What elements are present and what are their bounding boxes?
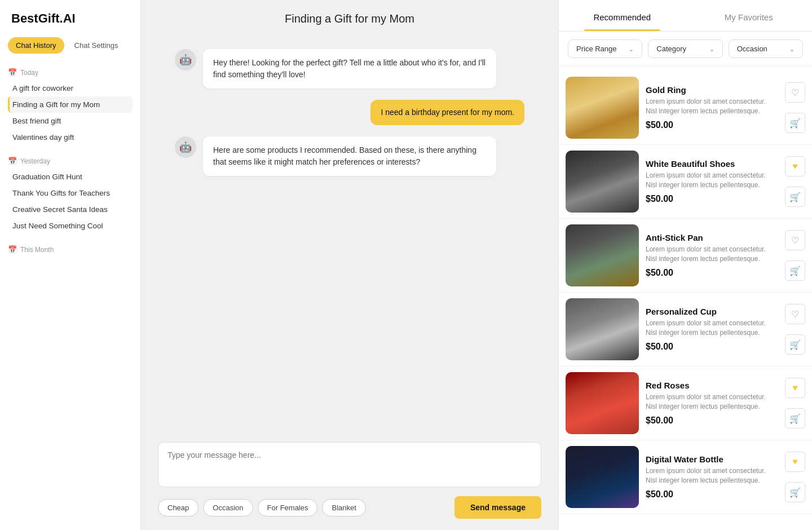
product-card-pan: Anti-Stick Pan Lorem ipsum dolor sit ame… <box>559 219 812 293</box>
panel-tabs: Recommended My Favorites <box>559 0 812 32</box>
tab-favorites[interactable]: My Favorites <box>686 0 813 31</box>
chip-blanket[interactable]: Blanket <box>322 499 365 516</box>
chip-females[interactable]: For Females <box>258 499 318 516</box>
sidebar-item-mom[interactable]: Finding a Gift for my Mom <box>8 96 133 113</box>
favorite-button-pan[interactable]: ♡ <box>785 230 805 250</box>
cart-button-cup[interactable]: 🛒 <box>785 334 805 355</box>
product-image-shoes <box>566 151 639 213</box>
product-actions-gold-ring: ♡ 🛒 <box>785 77 805 139</box>
sidebar-item-cool[interactable]: Just Need Something Cool <box>8 218 133 234</box>
filter-price-label: Price Range <box>576 45 617 53</box>
chat-messages: 🤖 Hey there! Looking for the perfect gif… <box>141 38 558 434</box>
cart-button-pan[interactable]: 🛒 <box>785 260 805 281</box>
chat-input-area: Cheap Occasion For Females Blanket Send … <box>141 434 558 530</box>
product-image-cup <box>566 298 639 360</box>
product-card-gold-ring: Gold Ring Lorem ipsum dolor sit amet con… <box>559 71 812 145</box>
product-image-pan <box>566 224 639 286</box>
product-card-roses: Red Roses Lorem ipsum dolor sit amet con… <box>559 366 812 440</box>
chip-occasion[interactable]: Occasion <box>203 499 253 516</box>
product-price-gold-ring: $50.00 <box>646 120 778 130</box>
filter-category-label: Category <box>656 45 686 53</box>
app-logo: BestGift.AI <box>0 11 140 37</box>
sidebar-tabs: Chat History Chat Settings <box>0 37 140 63</box>
product-desc-cup: Lorem ipsum dolor sit amet consectetur. … <box>646 319 778 338</box>
product-card-shoes: White Beautiful Shoes Lorem ipsum dolor … <box>559 145 812 219</box>
ai-message-2: 🤖 Here are some products I recommended. … <box>175 136 524 176</box>
send-button[interactable]: Send message <box>454 496 541 519</box>
tab-recommended[interactable]: Recommended <box>559 0 686 31</box>
product-info-cup: Personalized Cup Lorem ipsum dolor sit a… <box>646 298 778 360</box>
favorite-button-shoes[interactable]: ♥ <box>785 156 805 176</box>
user-message-1: I need a birthday present for my mom. <box>175 100 524 125</box>
product-actions-pan: ♡ 🛒 <box>785 224 805 286</box>
ai-avatar-2: 🤖 <box>175 136 196 158</box>
product-info-bottle: Digital Water Bottle Lorem ipsum dolor s… <box>646 446 778 508</box>
suggestion-chips: Cheap Occasion For Females Blanket <box>158 499 366 516</box>
chevron-down-icon-2: ⌃ <box>709 45 714 52</box>
chevron-down-icon-3: ⌃ <box>789 45 795 52</box>
favorite-button-bottle[interactable]: ♥ <box>785 452 805 472</box>
thismonth-label: This Month <box>20 246 54 254</box>
cart-button-shoes[interactable]: 🛒 <box>785 187 805 207</box>
chat-input-footer: Cheap Occasion For Females Blanket Send … <box>158 496 541 519</box>
yesterday-label: Yesterday <box>20 157 50 165</box>
product-name-shoes: White Beautiful Shoes <box>646 159 778 169</box>
product-image-roses <box>566 372 639 434</box>
filter-occasion-label: Occasion <box>737 45 767 53</box>
sidebar-section-yesterday: 📅 Yesterday Graduation Gift Hunt Thank Y… <box>0 151 140 234</box>
sidebar: BestGift.AI Chat History Chat Settings 📅… <box>0 0 141 530</box>
tab-chat-settings[interactable]: Chat Settings <box>67 37 126 54</box>
product-price-roses: $50.00 <box>646 416 778 426</box>
chat-title: Finding a Gift for my Mom <box>141 0 558 38</box>
product-price-cup: $50.00 <box>646 342 778 352</box>
product-name-gold-ring: Gold Ring <box>646 85 778 95</box>
calendar-icon-2: 📅 <box>8 157 17 165</box>
cart-button-bottle[interactable]: 🛒 <box>785 482 805 502</box>
product-desc-roses: Lorem ipsum dolor sit amet consectetur. … <box>646 392 778 412</box>
calendar-icon: 📅 <box>8 68 17 77</box>
filters-bar: Price Range ⌃ Category ⌃ Occasion ⌃ <box>559 32 812 67</box>
ai-message-1: 🤖 Hey there! Looking for the perfect gif… <box>175 49 524 89</box>
ai-avatar: 🤖 <box>175 49 196 70</box>
filter-category[interactable]: Category ⌃ <box>648 39 722 58</box>
sidebar-item-santa[interactable]: Creative Secret Santa Ideas <box>8 201 133 218</box>
favorite-button-gold-ring[interactable]: ♡ <box>785 82 805 103</box>
sidebar-item-friend[interactable]: Best friend gift <box>8 113 133 129</box>
product-name-bottle: Digital Water Bottle <box>646 454 778 464</box>
product-price-pan: $50.00 <box>646 268 778 278</box>
product-image-gold-ring <box>566 77 639 139</box>
right-panel: Recommended My Favorites Price Range ⌃ C… <box>558 0 812 530</box>
ai-bubble-1: Hey there! Looking for the perfect gift?… <box>203 49 496 89</box>
sidebar-section-header-today: 📅 Today <box>8 68 133 77</box>
product-desc-shoes: Lorem ipsum dolor sit amet consectetur. … <box>646 171 778 190</box>
sidebar-item-graduation[interactable]: Graduation Gift Hunt <box>8 169 133 185</box>
today-label: Today <box>20 69 38 77</box>
chevron-down-icon: ⌃ <box>629 45 634 52</box>
calendar-icon-3: 📅 <box>8 245 17 254</box>
favorite-button-roses[interactable]: ♥ <box>785 378 805 398</box>
product-info-shoes: White Beautiful Shoes Lorem ipsum dolor … <box>646 151 778 213</box>
ai-bubble-2: Here are some products I recommended. Ba… <box>203 136 496 176</box>
product-info-pan: Anti-Stick Pan Lorem ipsum dolor sit ame… <box>646 224 778 286</box>
product-info-gold-ring: Gold Ring Lorem ipsum dolor sit amet con… <box>646 77 778 139</box>
filter-occasion[interactable]: Occasion ⌃ <box>729 39 803 58</box>
cart-button-roses[interactable]: 🛒 <box>785 408 805 429</box>
product-actions-cup: ♡ 🛒 <box>785 298 805 360</box>
filter-price[interactable]: Price Range ⌃ <box>568 39 642 58</box>
sidebar-item-coworker[interactable]: A gift for coworker <box>8 80 133 96</box>
sidebar-section-header-thismonth: 📅 This Month <box>8 245 133 254</box>
product-actions-shoes: ♥ 🛒 <box>785 151 805 213</box>
sidebar-item-valentine[interactable]: Valentines day gift <box>8 129 133 145</box>
cart-button-gold-ring[interactable]: 🛒 <box>785 113 805 133</box>
favorite-button-cup[interactable]: ♡ <box>785 304 805 324</box>
product-name-roses: Red Roses <box>646 381 778 390</box>
sidebar-section-today: 📅 Today A gift for coworker Finding a Gi… <box>0 63 140 145</box>
product-price-bottle: $50.00 <box>646 489 778 500</box>
chat-input[interactable] <box>158 442 541 487</box>
product-card-bottle: Digital Water Bottle Lorem ipsum dolor s… <box>559 440 812 514</box>
product-image-bottle <box>566 446 639 508</box>
chip-cheap[interactable]: Cheap <box>158 499 198 516</box>
sidebar-item-teachers[interactable]: Thank You Gifts for Teachers <box>8 185 133 201</box>
user-bubble-1: I need a birthday present for my mom. <box>370 100 524 125</box>
tab-chat-history[interactable]: Chat History <box>8 37 64 54</box>
